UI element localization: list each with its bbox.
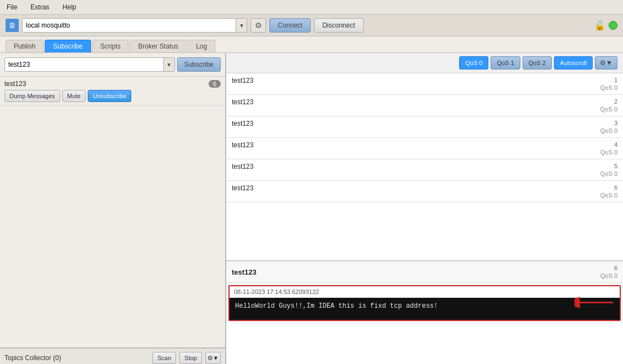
subscription-item: test123 6 Dump Messages Mute Unsubscribe — [0, 77, 225, 106]
msg-qos-6: QoS 0 — [600, 192, 617, 199]
msg-topic-6: test123 — [232, 184, 253, 192]
msg-num-3: 3 — [614, 120, 617, 126]
connection-status-dot — [609, 21, 617, 30]
tab-scripts[interactable]: Scripts — [92, 40, 129, 52]
message-row-3[interactable]: test123 3 QoS 0 — [226, 116, 623, 138]
tab-broker-status[interactable]: Broker Status — [130, 40, 187, 52]
mute-button[interactable]: Mute — [62, 90, 86, 102]
autoscroll-button[interactable]: Autoscroll — [554, 56, 593, 69]
msg-qos-3: QoS 0 — [600, 127, 617, 134]
left-panel: ▼ Subscribe test123 6 Dump Messages Mute… — [0, 53, 226, 364]
msg-meta-5: 5 QoS 0 — [600, 163, 617, 177]
topic-input[interactable] — [5, 60, 163, 69]
detail-nums: 6 QoS 0 — [600, 265, 617, 279]
detail-content: 08-11-2023 17:14:53.62093122 HelloWorld … — [226, 283, 623, 323]
msg-topic-1: test123 — [232, 77, 253, 84]
msg-qos-1: QoS 0 — [600, 84, 617, 91]
broker-selector[interactable]: ▼ — [22, 18, 247, 33]
msg-num-1: 1 — [614, 77, 617, 83]
msg-topic-4: test123 — [232, 141, 253, 149]
msg-topic-3: test123 — [232, 120, 253, 127]
msg-meta-2: 2 QoS 0 — [600, 98, 617, 113]
msg-meta-6: 6 QoS 0 — [600, 184, 617, 199]
detail-timestamp: 08-11-2023 17:14:53.62093122 — [230, 286, 620, 298]
scan-button[interactable]: Scan — [152, 352, 176, 364]
disconnect-button[interactable]: Disconnect — [314, 18, 363, 33]
lock-icon: 🔓 — [594, 20, 605, 31]
tab-publish[interactable]: Publish — [6, 40, 44, 52]
broker-input[interactable] — [23, 20, 236, 30]
sub-count-badge: 6 — [209, 80, 221, 88]
qos1-button[interactable]: QoS 1 — [491, 56, 520, 69]
detail-header: test123 6 QoS 0 — [226, 261, 623, 283]
tab-subscribe[interactable]: Subscribe — [45, 40, 90, 52]
right-panel: QoS 0 QoS 1 QoS 2 Autoscroll ⚙▼ test123 … — [226, 53, 623, 364]
msg-meta-3: 3 QoS 0 — [600, 120, 617, 134]
detail-message: HelloWorld Guys!!,Im IDEA this is fixd t… — [230, 298, 620, 320]
menu-help[interactable]: Help — [60, 2, 78, 12]
detail-box: 08-11-2023 17:14:53.62093122 HelloWorld … — [228, 285, 621, 321]
toolbar: 🗎 ▼ ⚙ Connect Disconnect 🔓 — [0, 15, 623, 36]
msg-num-2: 2 — [614, 98, 617, 105]
connect-button[interactable]: Connect — [269, 18, 311, 33]
messages-list[interactable]: test123 1 QoS 0 test123 2 QoS 0 test123 … — [226, 73, 623, 260]
detail-topic-label: test123 — [232, 268, 257, 276]
qos-bar: QoS 0 QoS 1 QoS 2 Autoscroll ⚙▼ — [226, 53, 623, 73]
message-row-5[interactable]: test123 5 QoS 0 — [226, 159, 623, 181]
tab-bar: Publish Subscribe Scripts Broker Status … — [0, 36, 623, 53]
subscribe-button[interactable]: Subscribe — [177, 57, 221, 72]
qos0-button[interactable]: QoS 0 — [459, 56, 488, 69]
dump-messages-button[interactable]: Dump Messages — [4, 90, 60, 102]
detail-qos-label: QoS 0 — [600, 272, 617, 279]
sub-topic-label: test123 — [4, 80, 26, 88]
msg-num-4: 4 — [614, 141, 617, 148]
sub-actions: Dump Messages Mute Unsubscribe — [4, 90, 221, 102]
topics-collector: Topics Collector (0) Scan Stop ⚙▼ — [0, 347, 225, 364]
topic-selector[interactable]: ▼ — [4, 57, 175, 72]
detail-empty-area — [226, 323, 623, 364]
msg-topic-5: test123 — [232, 163, 253, 170]
broker-settings-button[interactable]: ⚙ — [251, 18, 266, 33]
msg-num-6: 6 — [614, 184, 617, 191]
msg-qos-5: QoS 0 — [600, 170, 617, 177]
tab-log[interactable]: Log — [188, 40, 215, 52]
subscriptions-list: test123 6 Dump Messages Mute Unsubscribe — [0, 77, 225, 347]
message-row-6[interactable]: test123 6 QoS 0 — [226, 181, 623, 202]
message-row-4[interactable]: test123 4 QoS 0 — [226, 138, 623, 159]
document-icon: 🗎 — [6, 19, 19, 32]
detail-panel: test123 6 QoS 0 08-11-2023 17:14:53.6209… — [226, 260, 623, 364]
collector-options-button[interactable]: ⚙▼ — [205, 352, 221, 364]
qos2-button[interactable]: QoS 2 — [523, 56, 552, 69]
detail-num-label: 6 — [614, 265, 617, 271]
message-settings-button[interactable]: ⚙▼ — [595, 56, 617, 69]
broker-dropdown-arrow[interactable]: ▼ — [236, 19, 247, 32]
message-row-1[interactable]: test123 1 QoS 0 — [226, 73, 623, 95]
message-row-2[interactable]: test123 2 QoS 0 — [226, 95, 623, 116]
msg-meta-1: 1 QoS 0 — [600, 77, 617, 91]
msg-qos-4: QoS 0 — [600, 149, 617, 156]
menu-extras[interactable]: Extras — [28, 2, 51, 12]
unsubscribe-button[interactable]: Unsubscribe — [88, 90, 131, 102]
msg-qos-2: QoS 0 — [600, 106, 617, 113]
subscribe-bar: ▼ Subscribe — [0, 53, 225, 77]
menu-file[interactable]: File — [4, 2, 19, 12]
collector-label: Topics Collector (0) — [4, 354, 149, 362]
msg-num-5: 5 — [614, 163, 617, 169]
main-area: ▼ Subscribe test123 6 Dump Messages Mute… — [0, 53, 623, 364]
msg-topic-2: test123 — [232, 98, 253, 106]
stop-button[interactable]: Stop — [179, 352, 202, 364]
sub-header: test123 6 — [4, 80, 221, 88]
menu-bar: File Extras Help — [0, 0, 623, 15]
topic-dropdown-arrow[interactable]: ▼ — [163, 58, 174, 71]
msg-meta-4: 4 QoS 0 — [600, 141, 617, 156]
